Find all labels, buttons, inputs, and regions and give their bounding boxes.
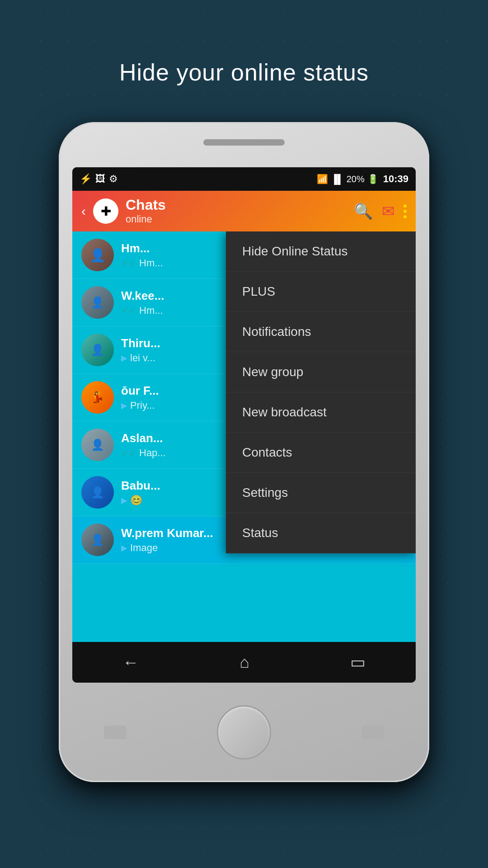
recent-nav-button[interactable]: ▭	[350, 653, 366, 672]
header-actions: 🔍 ✉	[354, 202, 407, 220]
menu-item-contacts[interactable]: Contacts	[226, 433, 416, 473]
dropdown-menu: Hide Online Status PLUS Notifications Ne…	[226, 231, 416, 553]
page-title: Hide your online status	[0, 59, 488, 86]
menu-dot-3	[404, 215, 407, 218]
compose-icon[interactable]: ✉	[382, 202, 394, 220]
avatar: 👤	[81, 476, 114, 509]
phone-frame: ⚡ 🖼 ⚙ 📶 ▐▌ 20% 🔋 10:39 ‹ ✚	[59, 122, 429, 782]
avatar: 👤	[81, 334, 114, 366]
avatar: 💃	[81, 381, 114, 414]
phone-home-button[interactable]	[217, 705, 271, 760]
avatar: 👤	[81, 429, 114, 461]
header-title: Chats	[126, 197, 347, 213]
phone-speaker	[203, 139, 285, 146]
phone-side-buttons	[104, 705, 384, 760]
app-header: ‹ ✚ Chats online 🔍 ✉	[72, 191, 416, 231]
battery-icon: 🔋	[367, 174, 379, 184]
clock: 10:39	[383, 173, 408, 185]
avatar: 👤	[81, 524, 114, 556]
menu-item-settings[interactable]: Settings	[226, 473, 416, 513]
android-icon: ⚙	[109, 173, 118, 185]
preview-text: Image	[130, 542, 158, 554]
nav-bar: ← ⌂ ▭	[72, 642, 416, 683]
back-nav-button[interactable]: ←	[122, 653, 139, 672]
phone-side-btn-right	[361, 726, 384, 739]
preview-text: lei v...	[130, 352, 155, 364]
back-button[interactable]: ‹	[81, 203, 86, 219]
play-icon: ▶	[121, 353, 127, 363]
preview-text: Priy...	[130, 400, 155, 411]
more-menu-button[interactable]	[404, 204, 407, 218]
preview-text: Hm...	[139, 257, 163, 269]
menu-item-hide-online[interactable]: Hide Online Status	[226, 231, 416, 272]
preview-text: Hm...	[139, 305, 163, 316]
image-icon: 🖼	[95, 173, 105, 185]
app-logo: ✚	[93, 198, 118, 224]
header-subtitle: online	[126, 213, 347, 225]
menu-item-status[interactable]: Status	[226, 513, 416, 553]
phone-bottom	[59, 683, 429, 782]
check-icon: ✓✓	[121, 305, 136, 316]
logo-icon: ✚	[101, 204, 111, 219]
status-bar-right: 📶 ▐▌ 20% 🔋 10:39	[317, 173, 408, 185]
chat-list: 👤 Hm... ✓✓ Hm... 👤	[72, 231, 416, 683]
menu-item-new-broadcast[interactable]: New broadcast	[226, 392, 416, 433]
menu-dot-1	[404, 204, 407, 208]
usb-icon: ⚡	[80, 173, 92, 185]
status-bar: ⚡ 🖼 ⚙ 📶 ▐▌ 20% 🔋 10:39	[72, 167, 416, 191]
check-icon: ✓✓	[121, 258, 136, 269]
search-icon[interactable]: 🔍	[354, 202, 373, 220]
status-bar-left: ⚡ 🖼 ⚙	[80, 173, 118, 185]
signal-icon: ▐▌	[331, 174, 343, 184]
home-nav-button[interactable]: ⌂	[239, 653, 249, 672]
header-title-area: Chats online	[126, 197, 347, 225]
menu-item-notifications[interactable]: Notifications	[226, 312, 416, 352]
phone-screen: ⚡ 🖼 ⚙ 📶 ▐▌ 20% 🔋 10:39 ‹ ✚	[72, 167, 416, 683]
preview-text: 😊	[130, 495, 142, 506]
avatar: 👤	[81, 286, 114, 319]
check-icon: ✓✓	[121, 448, 136, 458]
play-icon: ▶	[121, 495, 127, 505]
wifi-icon: 📶	[317, 174, 328, 184]
avatar: 👤	[81, 239, 114, 271]
preview-text: Hap...	[139, 447, 166, 459]
battery-percent: 20%	[347, 174, 365, 184]
play-icon: ▶	[121, 543, 127, 553]
play-icon: ▶	[121, 401, 127, 410]
menu-dot-2	[404, 210, 407, 213]
phone-side-btn-left	[104, 726, 127, 739]
menu-item-new-group[interactable]: New group	[226, 352, 416, 392]
menu-item-plus[interactable]: PLUS	[226, 272, 416, 312]
